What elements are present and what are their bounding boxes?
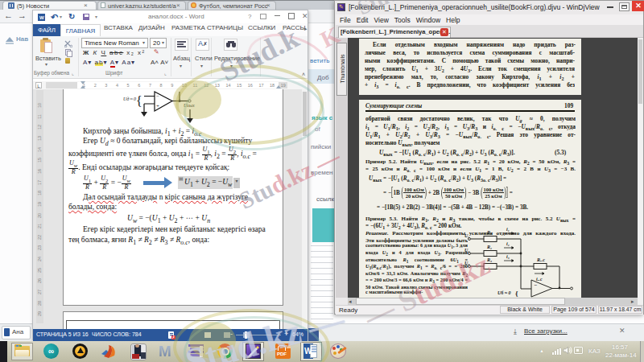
svg-text:Rₒ.с: Rₒ.с bbox=[536, 257, 545, 262]
svg-text:Uб ≈ 0: Uб ≈ 0 bbox=[497, 290, 511, 295]
svg-text:i₃: i₃ bbox=[506, 254, 510, 259]
svg-text:U₃: U₃ bbox=[464, 261, 469, 265]
svg-text:iₒ.с: iₒ.с bbox=[536, 277, 543, 282]
svg-text:+: + bbox=[156, 103, 159, 109]
svg-text:−: − bbox=[156, 93, 159, 100]
svg-text:Uвых: Uвых bbox=[184, 103, 195, 108]
svg-text:Uд ≈ 0: Uд ≈ 0 bbox=[123, 97, 136, 101]
svg-text:i₂: i₂ bbox=[506, 241, 510, 246]
svg-text:−: − bbox=[534, 282, 537, 289]
svg-text:{: { bbox=[136, 94, 142, 108]
svg-text:{: { bbox=[515, 290, 518, 298]
svg-text:R₂: R₂ bbox=[486, 245, 492, 249]
svg-text:i₁: i₁ bbox=[506, 227, 510, 232]
svg-text:R₁: R₁ bbox=[486, 230, 492, 235]
svg-text:R₃: R₃ bbox=[486, 257, 492, 262]
svg-text:U₁: U₁ bbox=[464, 233, 469, 238]
svg-text:U₂: U₂ bbox=[464, 248, 469, 253]
